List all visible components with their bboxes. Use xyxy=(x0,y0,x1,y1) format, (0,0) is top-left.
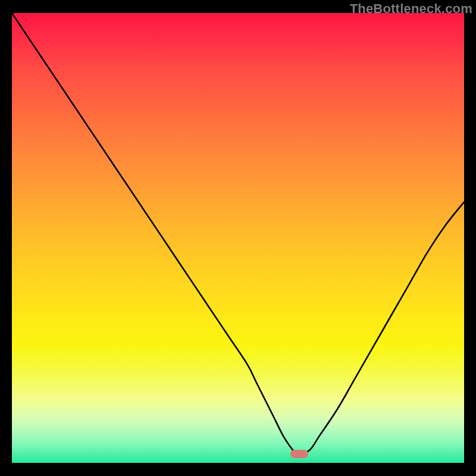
bottleneck-curve xyxy=(12,13,464,463)
optimal-point-marker xyxy=(290,450,308,458)
chart-plot-area xyxy=(12,13,464,463)
watermark-text: TheBottleneck.com xyxy=(350,1,472,17)
